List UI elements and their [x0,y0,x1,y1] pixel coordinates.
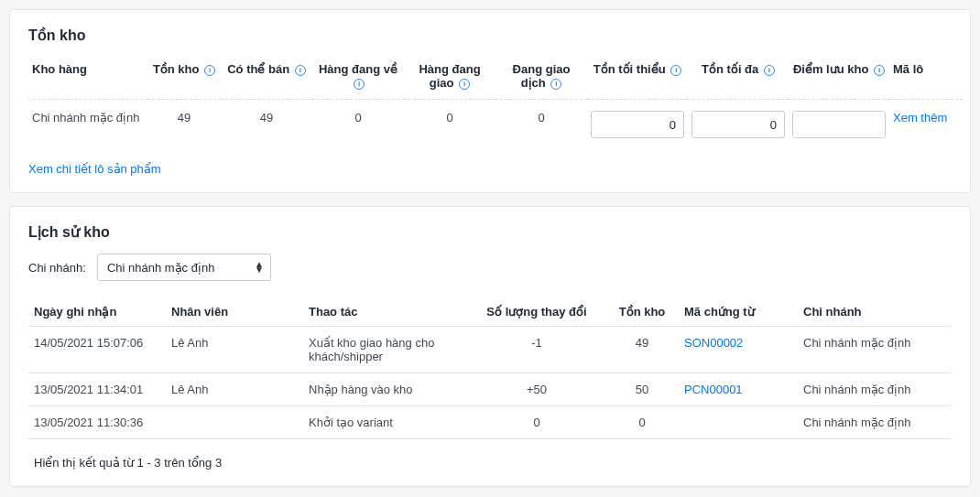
col-min: Tồn tối thiểu i [587,57,688,100]
cell-lot: Xem thêm [889,100,963,148]
cell-doc-code: SON00002 [679,327,798,373]
cell-doc-code [679,406,798,439]
cell-employee: Lê Anh [166,373,303,406]
cell-max [688,100,789,148]
col-stock: Tồn kho [605,297,679,327]
info-icon[interactable]: i [874,65,885,76]
cell-qty-change: 0 [468,406,605,439]
info-icon[interactable]: i [204,65,215,76]
col-storage-point: Điểm lưu kho i [789,57,889,100]
branch-filter-row: Chi nhánh: Chi nhánh mặc định ▲▼ [28,254,952,281]
inventory-title: Tồn kho [28,27,952,44]
info-icon[interactable]: i [670,65,681,76]
inventory-table: Kho hàng Tồn kho i Có thể bán i Hàng đan… [28,57,963,147]
info-icon[interactable]: i [295,65,306,76]
col-date: Ngày ghi nhận [28,297,166,327]
col-trading: Đang giao dịch i [495,57,587,100]
info-icon[interactable]: i [459,79,470,90]
cell-incoming: 0 [312,100,404,148]
inventory-header-row: Kho hàng Tồn kho i Có thể bán i Hàng đan… [28,57,963,100]
cell-min [587,100,688,148]
cell-qty-change: +50 [468,373,605,406]
branch-select[interactable]: Chi nhánh mặc định [97,254,271,281]
cell-stock: 50 [605,373,679,406]
history-header-row: Ngày ghi nhận Nhân viên Thao tác Số lượn… [28,297,952,327]
cell-branch: Chi nhánh mặc định [798,373,952,406]
cell-qty-change: -1 [468,327,605,373]
cell-action: Xuất kho giao hàng cho khách/shipper [303,327,468,373]
storage-point-input[interactable] [792,111,886,138]
col-doc-code: Mã chứng từ [679,297,798,327]
cell-warehouse: Chi nhánh mặc định [28,100,147,148]
history-card: Lịch sử kho Chi nhánh: Chi nhánh mặc địn… [9,206,971,487]
col-available: Có thể bán i [221,57,312,100]
history-title: Lịch sử kho [28,223,952,241]
info-icon[interactable]: i [354,79,365,90]
col-warehouse: Kho hàng [28,57,147,100]
cell-date: 14/05/2021 15:07:06 [28,327,166,373]
col-employee: Nhân viên [166,297,303,327]
min-stock-input[interactable] [591,111,684,138]
cell-storage-point [789,100,889,148]
branch-select-wrap: Chi nhánh mặc định ▲▼ [97,254,271,281]
cell-branch: Chi nhánh mặc định [798,327,952,373]
col-incoming: Hàng đang về i [312,57,404,100]
cell-action: Khởi tạo variant [303,406,468,439]
cell-doc-code: PCN00001 [679,373,798,406]
cell-available: 49 [221,100,312,148]
cell-outgoing: 0 [404,100,495,148]
inventory-row: Chi nhánh mặc định 49 49 0 0 0 Xem thêm [28,100,963,148]
info-icon[interactable]: i [550,79,561,90]
cell-date: 13/05/2021 11:34:01 [28,373,166,406]
view-lot-detail-link[interactable]: Xem chi tiết lô sản phẩm [28,162,161,176]
history-row: 13/05/2021 11:30:36Khởi tạo variant00Chi… [28,406,952,439]
cell-action: Nhập hàng vào kho [303,373,468,406]
max-stock-input[interactable] [691,111,785,138]
col-lot: Mã lô [889,57,963,100]
cell-stock: 49 [605,327,679,373]
history-row: 14/05/2021 15:07:06Lê AnhXuất kho giao h… [28,327,952,373]
doc-code-link[interactable]: SON00002 [684,336,743,350]
doc-code-link[interactable]: PCN00001 [684,383,743,396]
col-qty-change: Số lượng thay đổi [468,297,605,327]
cell-branch: Chi nhánh mặc định [798,406,952,439]
cell-stock: 0 [605,406,679,439]
cell-employee: Lê Anh [166,327,303,373]
col-action: Thao tác [303,297,468,327]
col-stock: Tồn kho i [147,57,221,100]
branch-filter-label: Chi nhánh: [28,261,86,275]
col-branch: Chi nhánh [798,297,952,327]
cell-trading: 0 [495,100,587,148]
col-outgoing: Hàng đang giao i [404,57,495,100]
cell-employee [166,406,303,439]
result-summary: Hiển thị kết quả từ 1 - 3 trên tổng 3 [28,456,952,470]
history-row: 13/05/2021 11:34:01Lê AnhNhập hàng vào k… [28,373,952,406]
view-more-lot-link[interactable]: Xem thêm [893,111,947,124]
col-max: Tồn tối đa i [688,57,789,100]
cell-stock: 49 [147,100,221,148]
inventory-card: Tồn kho Kho hàng Tồn kho i Có thể bán [9,9,971,193]
history-table: Ngày ghi nhận Nhân viên Thao tác Số lượn… [28,297,952,439]
info-icon[interactable]: i [764,65,775,76]
cell-date: 13/05/2021 11:30:36 [28,406,166,439]
